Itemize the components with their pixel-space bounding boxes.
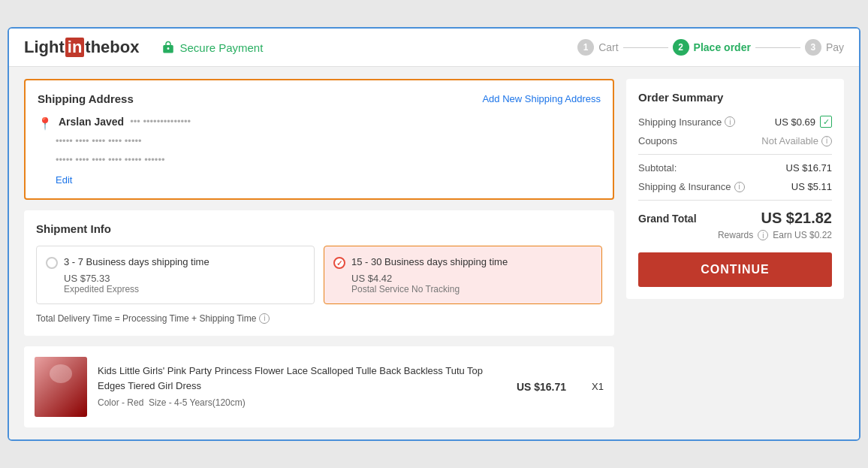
- shipping-address-title: Shipping Address: [38, 92, 134, 105]
- option-expedited-type: Expedited Express: [64, 284, 209, 294]
- shipping-insurance-checkbox[interactable]: ✓: [820, 116, 832, 128]
- right-panel: Order Summary Shipping Insurance i US $0…: [626, 79, 844, 427]
- delivery-note: Total Delivery Time = Processing Time + …: [36, 313, 602, 324]
- secure-payment-label: Secure Payment: [179, 41, 263, 54]
- shipping-line-value: US $5.11: [791, 181, 832, 192]
- shipping-insurance-value: US $0.69: [775, 116, 815, 128]
- order-summary-title: Order Summary: [638, 91, 832, 104]
- address-line2: ••••• •••• •••• •••• ••••• ••••••: [56, 154, 601, 165]
- coupons-row: Coupons Not Available i: [638, 135, 832, 146]
- continue-button[interactable]: CONTINUE: [638, 252, 832, 287]
- address-name-row: 📍 Arslan Javed ••• ••••••••••••••: [38, 116, 601, 131]
- step-line-2: [755, 47, 800, 48]
- shipping-insurance-label: Shipping Insurance i: [638, 116, 735, 128]
- checkout-stepper: 1 Cart 2 Place order 3 Pay: [577, 39, 844, 56]
- logo-thebox: thebox: [85, 38, 139, 57]
- product-image-inner: [35, 357, 87, 417]
- option-postal-days: 15 - 30 Business days shipping time: [351, 255, 508, 269]
- radio-wrap-expedited: 3 - 7 Business days shipping time US $75…: [46, 255, 305, 294]
- coupons-value: Not Available i: [761, 135, 832, 146]
- address-name-blurred: ••• ••••••••••••••: [130, 116, 191, 127]
- option-postal-details: 15 - 30 Business days shipping time US $…: [351, 255, 508, 294]
- subtotal-value: US $16.71: [786, 162, 832, 174]
- secure-payment: Secure Payment: [161, 41, 263, 54]
- info-icon: i: [259, 313, 270, 324]
- order-summary-card: Order Summary Shipping Insurance i US $0…: [626, 79, 844, 299]
- product-card: Kids Little Girls' Pink Party Princess F…: [24, 346, 614, 427]
- option-expedited-price: US $75.33: [64, 273, 209, 284]
- shipment-info-card: Shipment Info 3 - 7 Business days shippi…: [24, 210, 614, 335]
- step-pay: 3 Pay: [805, 39, 844, 56]
- divider-2: [638, 200, 832, 201]
- subtotal-label: Subtotal:: [638, 162, 677, 174]
- grand-total-row: Grand Total US $21.82: [638, 210, 832, 227]
- lock-icon: [161, 41, 175, 54]
- radio-wrap-postal: 15 - 30 Business days shipping time US $…: [333, 255, 592, 294]
- address-name: Arslan Javed: [59, 116, 124, 128]
- step-line-1: [623, 47, 668, 48]
- shipping-line-row: Shipping & Insurance i US $5.11: [638, 181, 832, 192]
- step-num-cart: 1: [577, 39, 594, 56]
- radio-checked-postal: [333, 257, 345, 269]
- option-postal-type: Postal Service No Tracking: [351, 284, 508, 294]
- rewards-row: Rewards i Earn US $0.22: [638, 230, 832, 240]
- left-panel: Shipping Address Add New Shipping Addres…: [24, 79, 614, 427]
- grand-total-label: Grand Total: [638, 213, 697, 225]
- header: Lightinthebox Secure Payment 1 Cart 2 Pl…: [9, 29, 859, 67]
- pin-icon: 📍: [38, 116, 53, 131]
- logo-in: in: [65, 38, 85, 57]
- coupons-label: Coupons: [638, 135, 677, 146]
- divider-1: [638, 154, 832, 155]
- main-content: Shipping Address Add New Shipping Addres…: [9, 67, 859, 439]
- shipping-option-expedited[interactable]: 3 - 7 Business days shipping time US $75…: [36, 246, 315, 303]
- step-place-order: 2 Place order: [673, 39, 751, 56]
- shipping-line-label: Shipping & Insurance i: [638, 181, 745, 192]
- shipping-options: 3 - 7 Business days shipping time US $75…: [36, 246, 602, 303]
- subtotal-row: Subtotal: US $16.71: [638, 162, 832, 174]
- option-expedited-details: 3 - 7 Business days shipping time US $75…: [64, 255, 209, 294]
- step-num-pay: 3: [805, 39, 821, 56]
- logo: Lightinthebox: [24, 38, 139, 57]
- coupons-info-icon: i: [821, 136, 832, 146]
- edit-address-link[interactable]: Edit: [56, 174, 72, 186]
- delivery-note-text: Total Delivery Time = Processing Time + …: [36, 313, 256, 324]
- shipping-insurance-row: Shipping Insurance i US $0.69 ✓: [638, 116, 832, 128]
- address-line1: ••••• •••• •••• •••• •••••: [56, 135, 601, 146]
- product-price: US $16.71: [517, 381, 566, 393]
- step-num-place-order: 2: [673, 39, 689, 56]
- product-image: [35, 357, 87, 417]
- option-expedited-days: 3 - 7 Business days shipping time: [64, 255, 209, 269]
- step-cart: 1 Cart: [577, 39, 618, 56]
- product-quantity: X1: [592, 381, 604, 392]
- step-label-place-order: Place order: [694, 41, 751, 53]
- add-new-shipping-address-link[interactable]: Add New Shipping Address: [482, 93, 601, 104]
- logo-light: Light: [24, 38, 65, 57]
- grand-total-value: US $21.82: [761, 210, 832, 227]
- rewards-info-icon: i: [758, 230, 768, 240]
- shipping-insurance-info-icon: i: [725, 116, 735, 127]
- product-row: Kids Little Girls' Pink Party Princess F…: [35, 357, 604, 417]
- shipping-option-postal[interactable]: 15 - 30 Business days shipping time US $…: [324, 246, 602, 303]
- product-name: Kids Little Girls' Pink Party Princess F…: [98, 364, 506, 393]
- product-info: Kids Little Girls' Pink Party Princess F…: [98, 364, 506, 409]
- shipping-line-info-icon: i: [734, 182, 745, 192]
- shipment-info-title: Shipment Info: [36, 222, 602, 235]
- product-color: Color - Red Size - 4-5 Years(120cm): [98, 396, 506, 409]
- shipping-insurance-value-wrap: US $0.69 ✓: [775, 116, 832, 128]
- step-label-cart: Cart: [598, 41, 618, 53]
- page-container: Lightinthebox Secure Payment 1 Cart 2 Pl…: [8, 27, 860, 440]
- rewards-value: Earn US $0.22: [773, 230, 832, 240]
- step-label-pay: Pay: [826, 41, 844, 53]
- shipping-address-card: Shipping Address Add New Shipping Addres…: [24, 79, 614, 200]
- radio-circle-expedited: [46, 257, 58, 269]
- shipping-address-header: Shipping Address Add New Shipping Addres…: [38, 92, 601, 105]
- option-postal-price: US $4.42: [351, 273, 508, 284]
- rewards-label: Rewards: [718, 230, 753, 240]
